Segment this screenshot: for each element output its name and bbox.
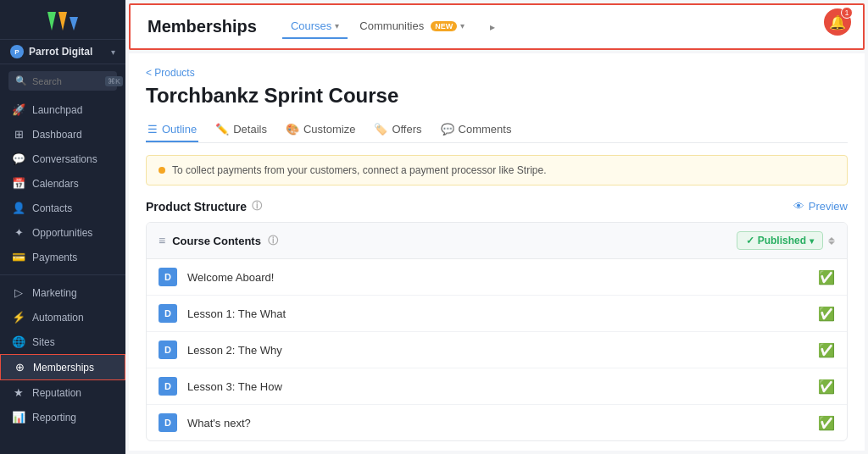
opportunities-icon: ✦ xyxy=(12,226,25,239)
courses-chevron-icon: ▾ xyxy=(335,21,339,30)
tab-comments[interactable]: 💬 Comments xyxy=(439,118,514,142)
table-row[interactable]: D Welcome Aboard! ✅ xyxy=(147,259,847,296)
tab-courses[interactable]: Courses ▾ xyxy=(282,14,348,39)
agency-name: P Parrot Digital xyxy=(10,45,92,58)
table-row[interactable]: D Lesson 3: The How ✅ xyxy=(147,368,847,405)
sidebar-item-reputation[interactable]: ★ Reputation xyxy=(0,380,125,405)
table-row[interactable]: D Lesson 2: The Why ✅ xyxy=(147,332,847,368)
table-row[interactable]: D What's next? ✅ xyxy=(147,405,847,440)
agency-icon: P xyxy=(10,45,24,58)
sidebar-item-reporting[interactable]: 📊 Reporting xyxy=(0,405,125,429)
logo xyxy=(0,0,125,39)
alert-text: To collect payments from your customers,… xyxy=(172,164,547,176)
page-title: Torchbankz Sprint Course xyxy=(146,84,848,108)
table-header-right: ✓ Published ▾ xyxy=(737,231,835,250)
tab-outline[interactable]: ☰ Outline xyxy=(146,118,198,142)
green-arrow-icon xyxy=(47,12,56,30)
calendars-icon: 📅 xyxy=(12,177,25,190)
search-input[interactable] xyxy=(32,76,100,86)
lesson-title: Welcome Aboard! xyxy=(187,271,818,284)
sidebar-item-calendars[interactable]: 📅 Calendars xyxy=(0,171,125,196)
preview-icon: 👁 xyxy=(793,200,804,213)
published-badge[interactable]: ✓ Published ▾ xyxy=(737,231,823,250)
sidebar-item-memberships[interactable]: ⊕ Memberships xyxy=(0,354,125,380)
sidebar-label-reputation: Reputation xyxy=(32,387,81,399)
product-structure-title: Product Structure ⓘ xyxy=(146,199,262,213)
more-tabs-arrow-icon[interactable]: ▸ xyxy=(490,21,495,33)
customize-icon: 🎨 xyxy=(286,123,299,136)
conversations-icon: 💬 xyxy=(12,152,25,165)
header-tabs: Courses ▾ Communities New ▾ xyxy=(282,14,473,39)
tab-details-label: Details xyxy=(233,123,267,136)
reporting-icon: 📊 xyxy=(12,411,25,424)
lesson-type-badge: D xyxy=(159,377,177,396)
logo-arrows xyxy=(47,12,78,30)
course-contents-label: Course Contents xyxy=(172,235,261,247)
preview-button[interactable]: 👁 Preview xyxy=(793,200,848,213)
main-content: Memberships Courses ▾ Communities New ▾ … xyxy=(125,0,868,454)
sidebar-label-conversations: Conversations xyxy=(32,153,97,165)
lesson-check-icon: ✅ xyxy=(818,415,835,431)
product-structure-info-icon: ⓘ xyxy=(252,199,262,213)
details-icon: ✏️ xyxy=(215,123,229,136)
payments-icon: 💳 xyxy=(12,251,25,263)
tab-communities-label: Communities xyxy=(359,19,424,32)
sort-arrows[interactable] xyxy=(828,237,835,245)
sidebar-label-calendars: Calendars xyxy=(32,178,79,190)
lesson-title: What's next? xyxy=(187,417,818,429)
outline-icon: ☰ xyxy=(147,123,158,136)
blue-arrow-icon xyxy=(70,17,78,30)
sidebar-label-launchpad: Launchpad xyxy=(32,104,82,116)
sidebar-item-contacts[interactable]: 👤 Contacts xyxy=(0,196,125,220)
page-header-title: Memberships xyxy=(147,17,257,36)
alert-dot-icon xyxy=(159,167,165,174)
sidebar-label-automation: Automation xyxy=(32,312,84,324)
sidebar-item-sites[interactable]: 🌐 Sites xyxy=(0,329,125,354)
sidebar-item-launchpad[interactable]: 🚀 Launchpad xyxy=(0,97,125,122)
tab-offers[interactable]: 🏷️ Offers xyxy=(372,118,423,142)
sidebar-label-contacts: Contacts xyxy=(32,202,72,214)
memberships-icon: ⊕ xyxy=(13,361,26,374)
lesson-check-icon: ✅ xyxy=(818,379,835,395)
tab-comments-label: Comments xyxy=(459,123,512,136)
lesson-type-badge: D xyxy=(159,268,177,286)
sidebar-item-marketing[interactable]: ▷ Marketing xyxy=(0,280,125,305)
automation-icon: ⚡ xyxy=(12,311,25,324)
tab-offers-label: Offers xyxy=(392,123,421,136)
sidebar-label-payments: Payments xyxy=(32,252,77,263)
nav-divider-1 xyxy=(0,274,125,275)
top-header: Memberships Courses ▾ Communities New ▾ … xyxy=(129,3,865,50)
dashboard-icon: ⊞ xyxy=(12,128,25,141)
lesson-title: Lesson 1: The What xyxy=(187,307,818,320)
agency-chevron-icon: ▾ xyxy=(111,47,115,57)
lesson-title: Lesson 3: The How xyxy=(187,380,818,393)
search-bar[interactable]: 🔍 ⌘K + xyxy=(8,71,117,91)
sidebar-item-automation[interactable]: ⚡ Automation xyxy=(0,305,125,329)
tab-communities[interactable]: Communities New ▾ xyxy=(351,14,473,39)
product-structure-label: Product Structure xyxy=(146,200,247,213)
course-contents-info-icon: ⓘ xyxy=(268,234,278,248)
content-tabs: ☰ Outline ✏️ Details 🎨 Customize 🏷️ Offe… xyxy=(146,118,848,143)
search-icon: 🔍 xyxy=(15,75,27,86)
agency-selector[interactable]: P Parrot Digital ▾ xyxy=(0,39,125,64)
sidebar-item-conversations[interactable]: 💬 Conversations xyxy=(0,147,125,171)
published-check-icon: ✓ xyxy=(746,235,754,246)
table-row[interactable]: D Lesson 1: The What ✅ xyxy=(147,296,847,332)
lesson-check-icon: ✅ xyxy=(818,306,835,322)
reputation-icon: ★ xyxy=(12,386,25,399)
sidebar-item-dashboard[interactable]: ⊞ Dashboard xyxy=(0,122,125,147)
sidebar-label-reporting: Reporting xyxy=(32,412,76,424)
tab-customize-label: Customize xyxy=(303,123,355,136)
breadcrumb[interactable]: Products xyxy=(146,67,848,79)
lesson-type-badge: D xyxy=(159,413,177,432)
sites-icon: 🌐 xyxy=(12,335,25,348)
tab-details[interactable]: ✏️ Details xyxy=(214,118,269,142)
preview-label: Preview xyxy=(809,200,848,213)
sidebar-item-opportunities[interactable]: ✦ Opportunities xyxy=(0,220,125,245)
tab-customize[interactable]: 🎨 Customize xyxy=(284,118,357,142)
published-label: Published xyxy=(758,235,806,246)
shortcut-badge: ⌘K xyxy=(105,76,123,86)
agency-label: Parrot Digital xyxy=(29,46,92,58)
notification-button[interactable]: 🔔 1 xyxy=(824,8,851,36)
sidebar-item-payments[interactable]: 💳 Payments xyxy=(0,245,125,269)
